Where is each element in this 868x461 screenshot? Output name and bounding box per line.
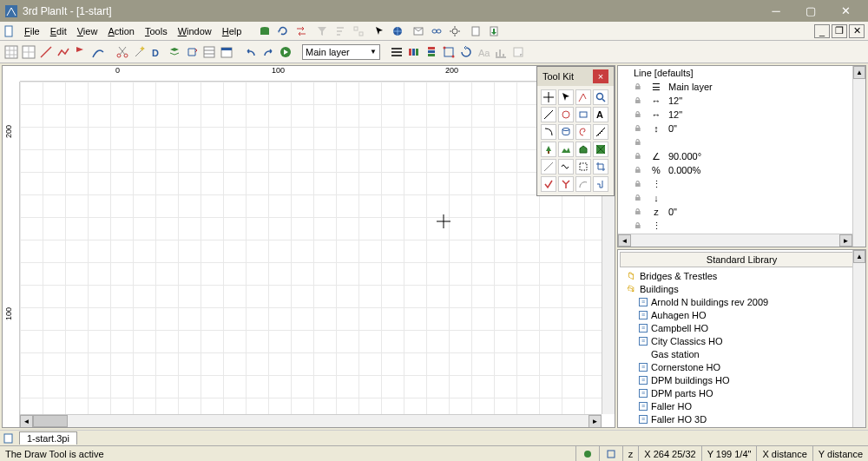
mdi-minimize-button[interactable]: _ — [814, 24, 830, 38]
props-scrollbar-h[interactable]: ◄ ► — [618, 234, 852, 247]
menu-view[interactable]: View — [72, 24, 103, 38]
prop-row[interactable]: 🔒︎↔12" — [618, 94, 865, 108]
tool-select-rect-icon[interactable] — [575, 159, 591, 175]
curve-icon[interactable] — [90, 44, 106, 60]
status-snap-icon[interactable] — [599, 446, 622, 461]
scroll-up-icon[interactable]: ▲ — [853, 66, 865, 79]
library-item[interactable]: ≡Arnold N buildings rev 2009 — [618, 295, 865, 308]
flag-icon[interactable] — [73, 44, 89, 60]
chart-icon[interactable] — [493, 44, 509, 60]
document-tab[interactable]: 1-start.3pi — [19, 431, 77, 445]
tool-building-icon[interactable] — [575, 142, 591, 157]
scroll-thumb[interactable] — [33, 415, 68, 427]
group-icon[interactable] — [351, 23, 366, 39]
play-icon[interactable] — [278, 44, 293, 60]
tool-wave-icon[interactable] — [558, 159, 574, 175]
library-item[interactable]: Gas station — [618, 347, 865, 360]
tool-draw-icon[interactable] — [575, 89, 591, 105]
mdi-close-button[interactable]: ✕ — [849, 24, 865, 38]
globe-icon[interactable] — [390, 23, 405, 39]
text-a-icon[interactable]: Aa — [476, 44, 491, 60]
db-icon[interactable] — [257, 23, 273, 39]
prop-row[interactable]: 🔒︎%0.000% — [618, 163, 865, 177]
props-scrollbar-v[interactable]: ▲ — [852, 66, 865, 247]
library-item[interactable]: ≡Gloor-Craft HO — [618, 425, 865, 428]
minimize-button[interactable]: ─ — [759, 2, 793, 21]
tool-terrain-icon[interactable] — [558, 142, 574, 157]
scroll-left-icon[interactable]: ◄ — [618, 234, 631, 247]
library-item[interactable]: ≡Cornerstone HO — [618, 360, 865, 373]
prop-row[interactable]: 🔒︎⋮ — [618, 177, 865, 191]
prop-row[interactable]: 🔒︎ — [618, 135, 865, 149]
sort-icon[interactable] — [332, 23, 348, 39]
tool-pointer-icon[interactable] — [558, 89, 574, 105]
tool-rect-icon[interactable] — [575, 107, 591, 122]
scroll-right-icon[interactable]: ► — [839, 234, 852, 247]
prop-row[interactable]: 🔒︎∠90.000° — [618, 149, 865, 163]
prop-row[interactable]: 🔒︎↔12" — [618, 108, 865, 122]
tool-line-icon[interactable] — [541, 107, 556, 122]
tool-arc-icon[interactable] — [575, 176, 591, 192]
prop-row[interactable]: 🔒︎z0" — [618, 205, 865, 219]
refresh-icon[interactable] — [275, 23, 291, 39]
export-icon[interactable] — [486, 23, 502, 39]
library-item[interactable]: 📂︎Buildings — [618, 282, 865, 295]
close-button[interactable]: ✕ — [828, 2, 863, 21]
library-item[interactable]: ≡Auhagen HO — [618, 308, 865, 321]
note-icon[interactable] — [510, 44, 526, 60]
cut-icon[interactable] — [115, 44, 130, 60]
tool-text-icon[interactable]: A — [593, 107, 608, 122]
library-item[interactable]: ≡DPM parts HO — [618, 386, 865, 399]
prop-row[interactable]: 🔒︎⋮ — [618, 219, 865, 233]
stack-icon[interactable] — [167, 44, 182, 60]
toolkit-titlebar[interactable]: Tool Kit × — [537, 67, 614, 86]
settings-icon[interactable] — [447, 23, 463, 39]
redo-icon[interactable] — [260, 44, 276, 60]
toolkit-close-button[interactable]: × — [593, 69, 608, 83]
canvas-scrollbar-h[interactable]: ◄ ► — [20, 414, 602, 427]
menu-file[interactable]: File — [19, 24, 45, 38]
library-item[interactable]: ≡DPM buildings HO — [618, 373, 865, 386]
filter-icon[interactable] — [314, 23, 330, 39]
drawing-grid[interactable] — [20, 82, 615, 414]
arrow-cycle-icon[interactable] — [184, 44, 200, 60]
library-item[interactable]: ≡City Classics HO — [618, 334, 865, 347]
tool-crop-icon[interactable] — [593, 159, 608, 175]
maximize-button[interactable]: ▢ — [793, 2, 828, 21]
tool-y-icon[interactable] — [558, 176, 574, 192]
scroll-right-icon[interactable]: ► — [589, 415, 602, 428]
mail-icon[interactable] — [411, 23, 426, 39]
toolkit-palette[interactable]: Tool Kit × A — [536, 66, 615, 196]
magic-icon[interactable] — [132, 44, 148, 60]
library-scrollbar-v[interactable]: ▲ — [852, 250, 865, 427]
menu-window[interactable]: Window — [173, 24, 217, 38]
dist-v-icon[interactable] — [424, 44, 439, 60]
tool-spiral-icon[interactable] — [575, 124, 591, 140]
menu-edit[interactable]: Edit — [45, 24, 72, 38]
page-icon[interactable] — [468, 23, 483, 39]
snap-icon[interactable] — [441, 44, 457, 60]
canvas-area[interactable]: 0 100 200 200 100 ◄ ► Tool Kit × — [2, 65, 615, 428]
link-icon[interactable] — [429, 23, 444, 39]
grid-icon[interactable] — [3, 44, 19, 60]
menu-action[interactable]: Action — [102, 24, 140, 38]
rotate-icon[interactable] — [458, 44, 474, 60]
library-item[interactable]: ≡Faller HO 3D — [618, 412, 865, 425]
grid2-icon[interactable] — [21, 44, 36, 60]
scroll-up-icon[interactable]: ▲ — [853, 250, 865, 263]
prop-row[interactable]: 🔒︎↓ — [618, 191, 865, 205]
layer-combo[interactable]: Main layer ▼ — [302, 44, 380, 60]
align-icon[interactable] — [389, 44, 404, 60]
dist-h-icon[interactable] — [406, 44, 422, 60]
calendar-icon[interactable] — [219, 44, 234, 60]
prop-row[interactable]: 🔒︎↕0" — [618, 122, 865, 135]
tool-pattern-icon[interactable] — [593, 142, 608, 157]
tool-cylinder-icon[interactable] — [558, 124, 574, 140]
library-item[interactable]: 📁︎Bridges & Trestles — [618, 269, 865, 282]
polyline-icon[interactable] — [56, 44, 71, 60]
menu-tools[interactable]: Tools — [140, 24, 173, 38]
tool-tree-icon[interactable] — [541, 142, 556, 157]
menu-help[interactable]: Help — [217, 24, 247, 38]
line-tool-icon[interactable] — [38, 44, 54, 60]
tool-move-icon[interactable] — [541, 89, 556, 105]
